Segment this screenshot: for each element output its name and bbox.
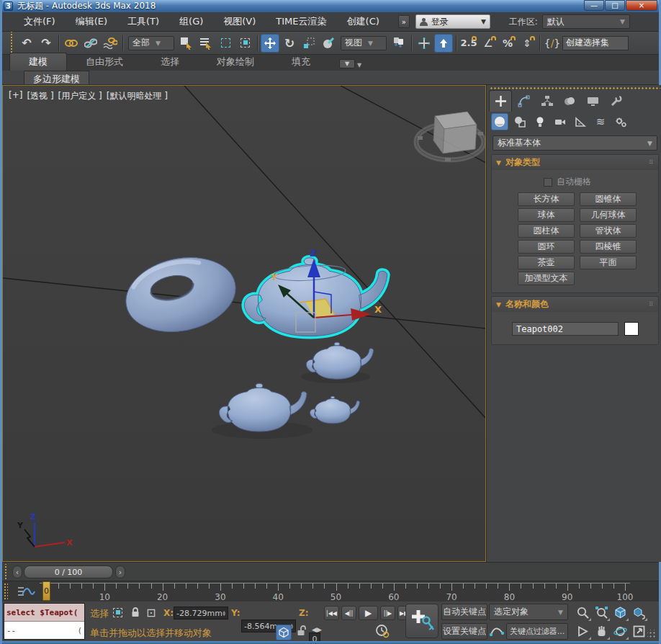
new-key-default-in-out-icon[interactable] (489, 624, 505, 638)
menu-item[interactable]: 组(G) (169, 12, 213, 31)
selection-lock-open-icon[interactable] (296, 625, 307, 637)
zoom-extents-all-button[interactable] (630, 604, 648, 622)
orbit-button[interactable] (611, 622, 629, 640)
key-mode-toggle[interactable]: ◀▶ (312, 626, 322, 633)
maximize-button[interactable]: □ (605, 0, 625, 11)
track-bar[interactable]: 0102030405060708090100 0 (2, 581, 659, 601)
unlink-selection-icon[interactable] (81, 34, 100, 53)
viewport-pov-menu[interactable]: [透视 ] (27, 90, 53, 102)
key-filters-button[interactable]: 关键点过滤器... (506, 623, 568, 640)
category-lights[interactable] (531, 113, 549, 130)
time-slider-handle-grip[interactable] (4, 564, 8, 580)
zoom-all-button[interactable] (593, 604, 611, 622)
object-color-swatch[interactable] (624, 322, 639, 336)
zoom-extents-button[interactable] (611, 604, 629, 622)
menu-item[interactable]: TIME云渲染 (266, 12, 336, 31)
isolate-selection-toggle[interactable] (276, 625, 292, 640)
select-and-scale-button[interactable] (300, 34, 318, 53)
keyboard-shortcut-override-button[interactable] (434, 34, 453, 53)
play-button[interactable]: ▶ (359, 606, 378, 620)
ribbon-tab[interactable]: 自由形式 (67, 53, 142, 71)
object-type-button[interactable]: 四棱锥 (580, 240, 637, 254)
object-name-field[interactable]: Teapot002 (512, 322, 619, 336)
previous-frame-button[interactable]: ◀|| (341, 606, 356, 620)
time-configuration-button[interactable] (375, 624, 390, 638)
ribbon-collapse-button[interactable]: ▼ (339, 59, 355, 68)
window-crossing-toggle-icon[interactable] (235, 34, 254, 53)
selection-filter-dropdown[interactable]: 全部 ▼ (128, 36, 174, 50)
select-by-name-icon[interactable] (197, 34, 215, 53)
menu-overflow-button[interactable]: » (398, 15, 410, 28)
menu-item[interactable]: 视图(V) (213, 12, 266, 31)
listener-macro-line[interactable]: select $Teapot( (4, 604, 84, 622)
undo-button[interactable]: ↶ (17, 34, 36, 53)
spinner-snap-button[interactable]: ⇕ (518, 34, 536, 53)
use-pivot-point-icon[interactable] (390, 34, 408, 53)
object-type-button[interactable]: 茶壶 (518, 256, 575, 269)
percent-snap-button[interactable]: % (498, 34, 517, 53)
window-resize-grip[interactable] (647, 630, 656, 638)
object-type-button[interactable]: 管状体 (580, 224, 637, 238)
zoom-button[interactable] (574, 604, 592, 622)
ribbon-tab[interactable]: 填充 (273, 53, 329, 71)
tab-modify[interactable] (512, 90, 535, 112)
field-of-view-button[interactable] (574, 622, 592, 640)
category-shapes[interactable] (511, 113, 529, 130)
previous-frame-arrow[interactable]: ‹ (12, 565, 22, 578)
go-to-start-button[interactable]: |◀◀ (324, 606, 339, 620)
time-slider[interactable]: 0 / 100 (24, 565, 113, 578)
trackbar-ruler[interactable]: 0102030405060708090100 (40, 583, 630, 601)
x-coordinate-field[interactable]: -28.729mm▲▼ (174, 607, 228, 620)
set-keys-button[interactable] (405, 604, 439, 638)
select-and-move-button[interactable] (261, 34, 279, 53)
object-type-button[interactable]: 球体 (518, 208, 575, 222)
category-space-warps[interactable]: ≋ (592, 113, 609, 130)
category-cameras[interactable] (552, 113, 569, 130)
category-geometry[interactable] (491, 113, 508, 130)
object-type-button[interactable]: 长方体 (518, 192, 575, 206)
edit-named-selection-sets-button[interactable]: {∕} (543, 34, 562, 53)
named-selection-set-field[interactable]: 创建选择集 (562, 36, 629, 50)
select-and-link-icon[interactable] (62, 34, 81, 53)
maximize-viewport-toggle[interactable] (630, 622, 648, 640)
object-type-button[interactable]: 圆环 (518, 240, 575, 254)
absolute-offset-toggle-icon[interactable]: ⊡ (146, 606, 156, 620)
select-and-manipulate-icon[interactable] (415, 34, 433, 53)
name-color-rollout-header[interactable]: ▼ 名称和颜色 ⠿ (492, 297, 658, 312)
object-type-button[interactable]: 圆锥体 (580, 192, 637, 206)
tab-motion[interactable] (558, 90, 581, 112)
ribbon-tab[interactable]: 选择 (142, 53, 198, 71)
maxscript-mini-listener[interactable]: select $Teapot( -- ( (4, 603, 85, 640)
set-key-button[interactable]: 设置关键点 (441, 623, 487, 640)
selection-region-icon[interactable] (113, 608, 122, 617)
select-and-rotate-button[interactable]: ↻ (280, 34, 299, 53)
selection-lock-icon[interactable] (130, 607, 140, 618)
mini-curve-editor-button[interactable] (17, 586, 35, 601)
object-type-button[interactable]: 加强型文本 (518, 272, 575, 285)
select-object-icon[interactable] (177, 34, 196, 53)
viewport-shading-menu[interactable]: [默认明暗处理 ] (107, 90, 168, 102)
select-and-place-icon[interactable] (319, 34, 338, 53)
trackbar-grip[interactable] (4, 583, 8, 601)
auto-key-button[interactable]: 自动关键点 (441, 604, 487, 620)
redo-button[interactable]: ↷ (37, 34, 55, 53)
viewport-general-menu[interactable]: [+] (9, 90, 22, 102)
category-helpers[interactable] (572, 113, 589, 130)
toolbar-drag-handle[interactable] (9, 32, 14, 54)
ribbon-tab[interactable]: 对象绘制 (198, 53, 273, 71)
polygon-modeling-panel-tab[interactable]: 多边形建模 (24, 71, 89, 84)
category-systems[interactable] (612, 113, 629, 130)
object-type-rollout-header[interactable]: ▼ 对象类型 ⠿ (492, 155, 658, 170)
bind-to-space-warp-icon[interactable] (101, 34, 120, 53)
tab-display[interactable] (581, 90, 604, 112)
login-dropdown[interactable]: 登录 ▼ (415, 14, 490, 29)
workspace-dropdown[interactable]: 默认 ▼ (542, 14, 630, 29)
ribbon-tab[interactable]: 建模 (9, 53, 67, 71)
object-type-button[interactable]: 平面 (580, 256, 637, 269)
tab-utilities[interactable] (604, 90, 627, 112)
listener-script-line[interactable]: -- ( (4, 622, 84, 639)
object-type-button[interactable]: 几何球体 (580, 208, 637, 222)
minimize-button[interactable]: — (584, 0, 604, 11)
viewport-user-menu[interactable]: [用户定义 ] (58, 90, 102, 102)
menu-item[interactable]: 创建(C) (337, 12, 390, 31)
